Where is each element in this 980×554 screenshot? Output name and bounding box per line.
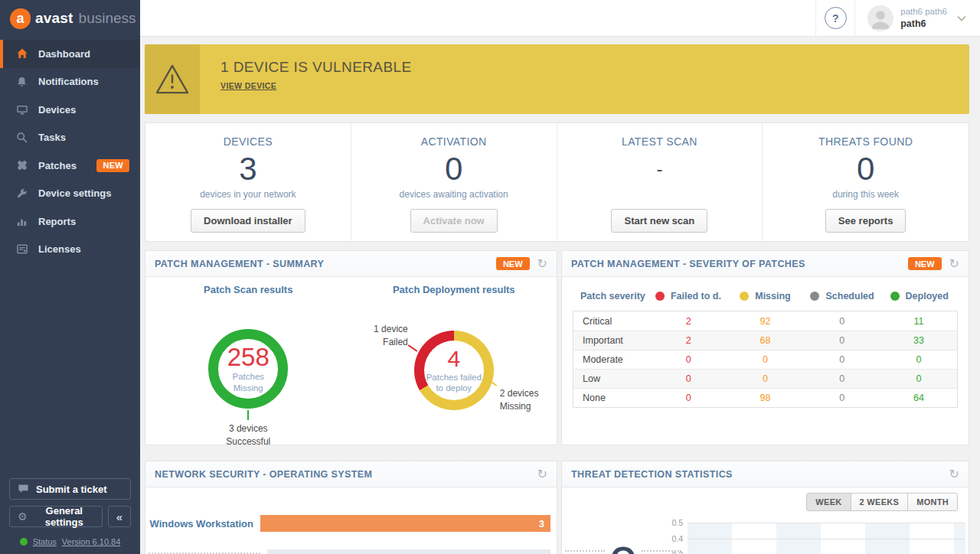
download-installer-button[interactable]: Download installer: [191, 209, 305, 233]
donut-center: 258 Patches Missing: [218, 339, 278, 399]
sidebar-item-label: Dashboard: [38, 48, 90, 60]
os-bar: 3: [260, 515, 550, 532]
search-icon: [15, 131, 28, 144]
vulnerability-banner: 1 DEVICE IS VULNERABLE VIEW DEVICE: [145, 44, 969, 114]
sidebar-item-patches[interactable]: Patches NEW: [0, 152, 140, 180]
home-icon: [15, 47, 28, 60]
sidebar: a avast business Dashboard Notifications: [0, 0, 140, 554]
activate-now-button[interactable]: Activate now: [410, 209, 498, 233]
help-icon: ?: [825, 7, 847, 29]
patch-scan-donut: 258 Patches Missing: [208, 329, 288, 409]
card-title: PATCH MANAGEMENT - SUMMARY: [155, 259, 324, 269]
new-badge: NEW: [96, 159, 129, 172]
table-row: Low 0 0 0 0: [573, 369, 957, 388]
y-axis-tick: 0.3: [662, 550, 683, 554]
stat-latest-scan: LATEST SCAN - Start new scan: [557, 123, 763, 241]
card-header: PATCH MANAGEMENT - SEVERITY OF PATCHES N…: [562, 251, 969, 277]
license-card-icon: [15, 243, 28, 256]
refresh-icon[interactable]: ↻: [537, 468, 547, 481]
stat-value: 0: [857, 151, 874, 187]
status-dot-icon: [20, 538, 28, 546]
start-new-scan-button[interactable]: Start new scan: [611, 209, 707, 233]
stat-title: ACTIVATION: [421, 135, 487, 151]
sidebar-item-label: Licenses: [38, 243, 81, 255]
sidebar-item-label: Reports: [38, 216, 76, 227]
table-row: Moderate 0 0 0 0: [573, 350, 957, 369]
y-axis-tick: 0.4: [662, 534, 683, 543]
card-header: NETWORK SECURITY - OPERATING SYSTEM ↻: [145, 461, 557, 487]
chevron-down-icon: [957, 15, 966, 21]
user-short-name: path6: [900, 18, 947, 30]
threat-detection-body: WEEK 2 WEEKS MONTH 0 0.5: [562, 487, 969, 554]
card-header: THREAT DETECTION STATISTICS ↻: [562, 461, 969, 487]
severity-column-header: Patch severity: [573, 291, 650, 301]
os-bar-label: Windows Workstation: [149, 518, 260, 530]
dashboard-content: 1 DEVICE IS VULNERABLE VIEW DEVICE DEVIC…: [140, 37, 980, 554]
dotted-line: [565, 550, 605, 552]
stat-devices: DEVICES 3 devices in your network Downlo…: [145, 123, 351, 241]
sidebar-item-label: Tasks: [38, 132, 66, 143]
range-week-button[interactable]: WEEK: [806, 493, 851, 511]
legend-dot-failed: [655, 292, 665, 301]
sidebar-item-reports[interactable]: Reports: [0, 207, 140, 236]
collapse-icon: «: [116, 510, 122, 523]
refresh-icon[interactable]: ↻: [537, 258, 547, 270]
os-partial-bar: [267, 549, 550, 554]
sidebar-item-notifications[interactable]: Notifications: [0, 68, 140, 96]
top-bar: ? path6 path6 path6: [140, 0, 980, 37]
app-window: a avast business Dashboard Notifications: [0, 0, 980, 554]
cards-row-2: NETWORK SECURITY - OPERATING SYSTEM ↻ Wi…: [145, 461, 969, 554]
gridline: [688, 539, 965, 539]
card-title: PATCH MANAGEMENT - SEVERITY OF PATCHES: [571, 259, 805, 269]
legend-scheduled: Scheduled: [804, 291, 881, 301]
user-menu[interactable]: path6 path6 path6: [855, 5, 980, 31]
patch-summary-body: Patch Scan results 258 Patches Missing: [145, 277, 557, 448]
new-badge: NEW: [496, 257, 530, 270]
see-reports-button[interactable]: See reports: [825, 209, 906, 233]
stat-title: LATEST SCAN: [622, 135, 697, 151]
version-link[interactable]: Version 6.10.84: [62, 537, 120, 546]
warning-icon-box: [145, 44, 200, 114]
monitor-icon: [15, 103, 28, 116]
submit-ticket-label: Submit a ticket: [36, 484, 106, 495]
sidebar-item-device-settings[interactable]: Device settings: [0, 180, 140, 208]
sidebar-item-tasks[interactable]: Tasks: [0, 124, 140, 152]
sidebar-item-dashboard[interactable]: Dashboard: [0, 40, 140, 68]
general-settings-button[interactable]: ⚙ General settings: [9, 506, 103, 527]
missing-callout: 2 devices Missing: [500, 387, 539, 413]
failed-callout: 1 device Failed: [374, 323, 408, 349]
severity-legend: Patch severity Failed to d. Missing: [573, 291, 958, 301]
deploy-donut-wrapper: 4 Patches failed to deploy 1 device: [414, 331, 494, 410]
severity-body: Patch severity Failed to d. Missing: [562, 277, 969, 445]
threat-count-value: 0: [605, 542, 642, 554]
banner-body: 1 DEVICE IS VULNERABLE VIEW DEVICE: [200, 44, 412, 114]
refresh-icon[interactable]: ↻: [949, 468, 959, 481]
donut-label: Patches Missing: [232, 371, 264, 393]
stat-activation: ACTIVATION 0 devices awaiting activation…: [351, 123, 557, 241]
collapse-sidebar-button[interactable]: «: [108, 506, 131, 527]
submit-ticket-button[interactable]: Submit a ticket: [9, 478, 131, 500]
table-row: None 0 98 0 64: [573, 388, 957, 407]
sidebar-footer: Submit a ticket ⚙ General settings « Sta…: [0, 471, 140, 554]
stat-value: 0: [445, 151, 462, 187]
stat-title: DEVICES: [224, 135, 273, 151]
card-title: THREAT DETECTION STATISTICS: [571, 469, 733, 480]
sidebar-item-licenses[interactable]: Licenses: [0, 236, 140, 264]
general-settings-label: General settings: [34, 505, 94, 528]
refresh-icon[interactable]: ↻: [949, 258, 959, 270]
sidebar-item-label: Device settings: [38, 187, 111, 199]
patch-deploy-heading: Patch Deployment results: [393, 284, 515, 295]
stat-value: -: [656, 151, 662, 187]
user-full-name: path6 path6: [900, 6, 947, 18]
sidebar-item-devices[interactable]: Devices: [0, 96, 140, 124]
chat-bubble-icon: [18, 484, 29, 494]
status-link[interactable]: Status: [33, 537, 57, 546]
logo-text-business: business: [79, 10, 136, 27]
callout-line: [247, 410, 249, 420]
view-device-link[interactable]: VIEW DEVICE: [220, 81, 276, 90]
help-button[interactable]: ?: [816, 7, 854, 29]
avast-business-logo: a avast business: [0, 0, 140, 37]
network-security-body: Windows Workstation 3: [145, 487, 557, 554]
range-month-button[interactable]: MONTH: [907, 493, 958, 511]
range-2weeks-button[interactable]: 2 WEEKS: [851, 493, 909, 511]
